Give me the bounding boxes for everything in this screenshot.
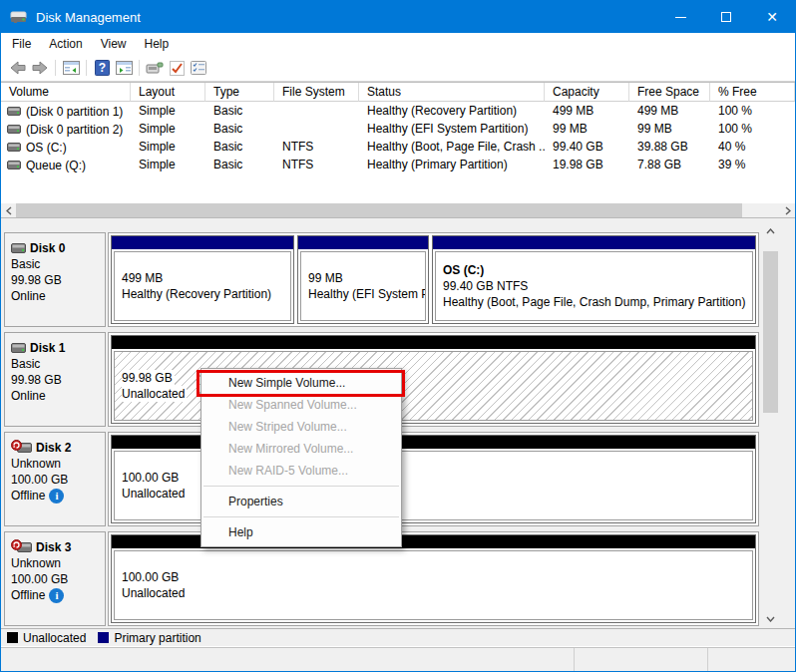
cell-type: Basic bbox=[205, 102, 274, 120]
cell-status: Healthy (Primary Partition) bbox=[359, 156, 545, 173]
disk3-header[interactable]: Disk 3 Unknown 100.00 GB Offlinei bbox=[4, 531, 106, 626]
table-row[interactable]: (Disk 0 partition 1) Simple Basic Health… bbox=[1, 102, 795, 120]
minimize-icon bbox=[675, 17, 686, 18]
column-header-file-system[interactable]: File System bbox=[274, 83, 359, 102]
column-header-status[interactable]: Status bbox=[359, 83, 545, 102]
popup-window-icon[interactable] bbox=[144, 58, 166, 78]
cell-layout: Simple bbox=[131, 156, 205, 173]
properties-list-icon[interactable] bbox=[188, 58, 209, 78]
status-cell bbox=[707, 648, 795, 672]
volume-name: (Disk 0 partition 1) bbox=[26, 105, 123, 119]
unallocated-swatch bbox=[7, 632, 18, 643]
table-row[interactable]: (Disk 0 partition 2) Simple Basic Health… bbox=[1, 120, 795, 138]
partition-color-bar bbox=[433, 236, 755, 249]
menu-item-new-spanned-volume: New Spanned Volume... bbox=[201, 394, 401, 416]
menu-help[interactable]: Help bbox=[136, 34, 179, 54]
table-empty-area bbox=[1, 173, 795, 203]
partition-title: OS (C:) bbox=[443, 262, 752, 278]
status-cell bbox=[574, 648, 707, 672]
volume-table-header: Volume Layout Type File System Status Ca… bbox=[1, 83, 795, 102]
scrollbar-track[interactable] bbox=[16, 203, 780, 217]
title-bar: Disk Management ✕ bbox=[1, 1, 795, 33]
partition-status: Healthy (EFI System Partition) bbox=[308, 286, 425, 302]
disk-icon bbox=[11, 243, 26, 253]
disk-name: Disk 0 bbox=[30, 240, 65, 256]
scroll-left-icon[interactable] bbox=[1, 203, 16, 217]
check-icon[interactable] bbox=[166, 58, 188, 78]
partition-recovery[interactable]: 499 MB Healthy (Recovery Partition) bbox=[111, 235, 294, 324]
scrollbar-thumb[interactable] bbox=[763, 251, 778, 413]
volume-icon bbox=[7, 143, 21, 152]
menu-item-help[interactable]: Help bbox=[201, 521, 401, 543]
cell-status: Healthy (Boot, Page File, Crash ... bbox=[359, 138, 545, 156]
menu-action[interactable]: Action bbox=[40, 34, 91, 54]
disk-management-window: Disk Management ✕ File Action View Help … bbox=[0, 0, 796, 672]
cell-free-space: 499 MB bbox=[629, 102, 710, 120]
toolbar-separator bbox=[86, 60, 87, 76]
status-cell bbox=[1, 648, 574, 672]
vertical-scrollbar[interactable] bbox=[763, 223, 778, 626]
column-header-type[interactable]: Type bbox=[205, 83, 274, 102]
cell-pct-free: 100 % bbox=[710, 102, 795, 120]
column-header-layout[interactable]: Layout bbox=[131, 83, 205, 102]
table-row[interactable]: OS (C:) Simple Basic NTFS Healthy (Boot,… bbox=[1, 138, 795, 156]
menu-item-properties[interactable]: Properties bbox=[201, 491, 401, 512]
cell-file-system: NTFS bbox=[274, 156, 359, 173]
close-button[interactable]: ✕ bbox=[749, 1, 795, 33]
disk0-header[interactable]: Disk 0 Basic 99.98 GB Online bbox=[4, 232, 106, 327]
cell-free-space: 99 MB bbox=[629, 120, 710, 138]
partition-efi[interactable]: 99 MB Healthy (EFI System Partition) bbox=[297, 235, 429, 324]
menu-file[interactable]: File bbox=[3, 34, 40, 54]
scrollbar-thumb[interactable] bbox=[16, 203, 742, 217]
action-pane-icon[interactable] bbox=[113, 58, 135, 78]
column-header-volume[interactable]: Volume bbox=[1, 83, 131, 102]
scroll-right-icon[interactable] bbox=[780, 203, 795, 217]
volume-icon bbox=[7, 161, 21, 169]
partition-status: Healthy (Recovery Partition) bbox=[122, 286, 290, 302]
partition-color-bar bbox=[298, 236, 428, 249]
maximize-button[interactable] bbox=[703, 1, 749, 33]
legend-label: Unallocated bbox=[23, 631, 86, 645]
disk-name: Disk 2 bbox=[36, 440, 71, 456]
disk-icon bbox=[17, 443, 32, 453]
toolbar-separator bbox=[55, 60, 56, 76]
partition-os-c[interactable]: OS (C:) 99.40 GB NTFS Healthy (Boot, Pag… bbox=[432, 235, 756, 324]
minimize-button[interactable] bbox=[657, 1, 703, 33]
disk-status: Offline bbox=[11, 488, 45, 504]
disk1-header[interactable]: Disk 1 Basic 99.98 GB Online bbox=[4, 332, 106, 427]
console-tree-icon[interactable] bbox=[60, 58, 82, 78]
info-icon[interactable]: i bbox=[49, 588, 64, 603]
disk2-header[interactable]: Disk 2 Unknown 100.00 GB Offlinei bbox=[4, 432, 106, 526]
unallocated-region-disk3[interactable]: 100.00 GB Unallocated bbox=[111, 534, 756, 623]
scrollbar-track[interactable] bbox=[763, 238, 778, 611]
forward-icon[interactable] bbox=[29, 58, 51, 78]
menu-item-new-striped-volume: New Striped Volume... bbox=[201, 416, 401, 438]
status-bar bbox=[1, 647, 795, 672]
table-row[interactable]: Queue (Q:) Simple Basic NTFS Healthy (Pr… bbox=[1, 156, 795, 173]
volume-icon bbox=[7, 107, 21, 116]
disk-size: 100.00 GB bbox=[11, 472, 101, 488]
disk-name: Disk 1 bbox=[30, 340, 65, 356]
help-icon[interactable]: ? bbox=[91, 58, 113, 78]
info-icon[interactable]: i bbox=[49, 489, 64, 504]
offline-badge-icon bbox=[11, 538, 22, 554]
column-header-pct-free[interactable]: % Free bbox=[710, 83, 795, 102]
cell-pct-free: 40 % bbox=[710, 138, 795, 156]
menu-view[interactable]: View bbox=[92, 34, 136, 54]
disk-status: Offline bbox=[11, 587, 45, 603]
legend-label: Primary partition bbox=[114, 631, 200, 645]
disk-status: Online bbox=[11, 388, 46, 404]
context-menu: New Simple Volume... New Spanned Volume.… bbox=[200, 368, 402, 547]
column-header-free-space[interactable]: Free Space bbox=[629, 83, 710, 102]
column-header-capacity[interactable]: Capacity bbox=[545, 83, 629, 102]
scroll-up-icon[interactable] bbox=[763, 223, 778, 238]
cell-file-system: NTFS bbox=[274, 138, 359, 156]
scroll-down-icon[interactable] bbox=[763, 611, 778, 626]
menu-separator bbox=[203, 486, 399, 487]
volume-icon bbox=[7, 125, 21, 134]
cell-type: Basic bbox=[205, 156, 274, 173]
horizontal-scrollbar[interactable] bbox=[1, 203, 795, 217]
menu-item-new-simple-volume[interactable]: New Simple Volume... bbox=[201, 372, 401, 394]
back-icon[interactable] bbox=[7, 58, 29, 78]
cell-file-system bbox=[274, 120, 359, 138]
